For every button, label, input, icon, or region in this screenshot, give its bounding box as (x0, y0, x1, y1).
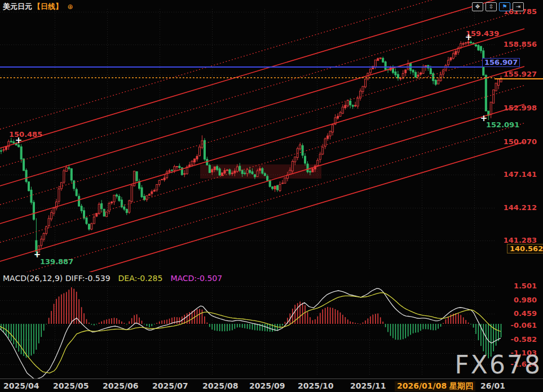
chart-title: 美元日元【日线】 ⊕ (3, 2, 73, 12)
time-axis-tick: 2025/10 (298, 381, 334, 390)
time-axis-tick: 2025/04 (3, 381, 39, 390)
current-price-axis-segment (495, 78, 543, 79)
fx678-watermark: FX678 (455, 350, 542, 379)
macd-dea-value: DEA:-0.285 (118, 274, 163, 283)
price-axis-tick: 150.070 (496, 137, 537, 146)
time-axis-tick: 2025/07 (152, 381, 188, 390)
time-axis-tick: 26/01 (480, 381, 505, 390)
price-axis-tick: 147.141 (496, 170, 537, 179)
macd-axis-tick: 1.501 (496, 282, 537, 291)
axis-scale-icon[interactable]: ⇳ (485, 2, 497, 11)
time-axis-tick: 2025/11 (350, 381, 386, 390)
price-chart-canvas[interactable] (0, 0, 543, 272)
chart-toolbar: ✥ ⇳ ⚑ ⇥ (472, 2, 524, 11)
blue-level-label: 156.907 (482, 58, 520, 67)
macd-axis-tick: -0.061 (496, 321, 537, 330)
left-high-marker-cross: + (15, 137, 23, 143)
time-axis-tick: 2025/06 (103, 381, 139, 390)
symbol-title: 美元日元 (3, 2, 32, 11)
crosshair-price-badge: 140.562 (507, 244, 543, 253)
macd-title-diff: MACD(26,12,9) DIFF:-0.539 (3, 274, 111, 283)
time-axis: 2025/04 2025/05 2025/06 2025/07 2025/08 … (0, 378, 543, 392)
recent-low-marker-cross: + (480, 115, 488, 121)
shift-right-icon[interactable]: ⇥ (513, 2, 524, 11)
chart-window: 美元日元【日线】 ⊕ ✥ ⇳ ⚑ ⇥ 161.785 158.856 155.9… (0, 0, 543, 392)
time-axis-tick: 2025/09 (249, 381, 285, 390)
macd-value: MACD:-0.507 (170, 274, 222, 283)
macd-header: MACD(26,12,9) DIFF:-0.539DEA:-0.285MACD:… (3, 274, 222, 283)
period-low-label: 139.887 (40, 257, 73, 266)
left-high-label: 150.485 (9, 130, 42, 139)
price-axis-tick: 158.856 (496, 40, 537, 49)
macd-axis-tick: 0.980 (496, 296, 537, 305)
period-low-marker-cross: + (34, 252, 41, 257)
time-axis-tick: 2025/08 (202, 381, 239, 390)
pan-icon[interactable]: ✥ (472, 2, 483, 11)
crosshair-date-badge: 2026/01/08 星期四 (395, 381, 475, 391)
macd-axis-tick: -0.582 (496, 335, 537, 344)
recent-low-label: 152.091 (486, 121, 519, 130)
add-indicator-icon[interactable]: ⊕ (68, 3, 73, 11)
time-axis-tick: 2025/05 (53, 381, 89, 390)
price-axis-tick: 144.212 (496, 203, 537, 212)
timeframe-label: 【日线】 (33, 2, 63, 11)
price-axis-tick: 155.927 (496, 70, 537, 79)
macd-axis-tick: 0.459 (496, 309, 537, 318)
flag-marker-icon[interactable]: ⚑ (499, 2, 510, 11)
price-axis-tick: 152.998 (496, 104, 537, 113)
period-high-marker-cross: + (465, 34, 473, 40)
